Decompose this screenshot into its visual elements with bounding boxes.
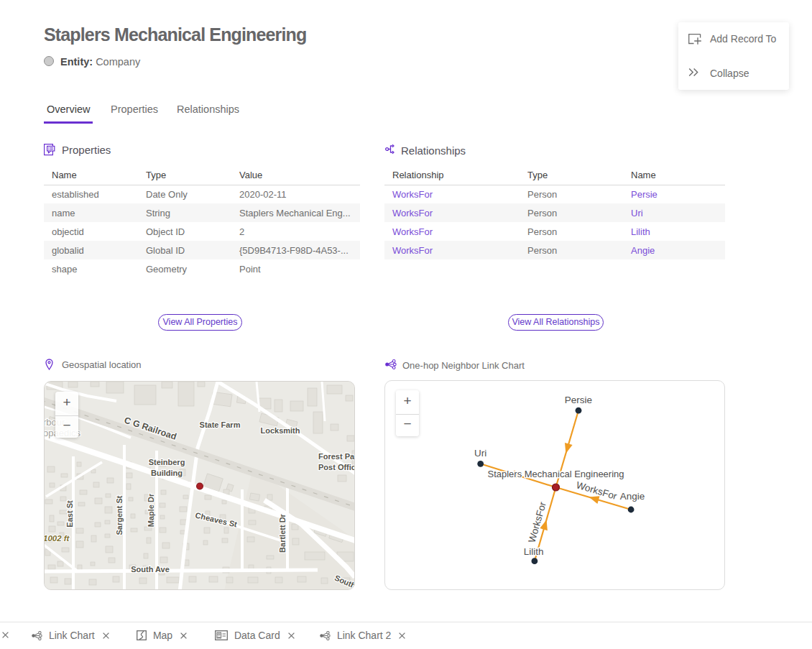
svg-text:Forest Par: Forest Par: [318, 452, 355, 461]
svg-text:South Ave: South Ave: [131, 565, 170, 574]
svg-text:Steinberg: Steinberg: [149, 458, 185, 466]
svg-text:East St: East St: [65, 500, 74, 528]
svg-text:Locksmith: Locksmith: [260, 426, 300, 435]
svg-text:Sargent St: Sargent St: [115, 495, 124, 535]
svg-text:Persie: Persie: [565, 395, 592, 405]
svg-text:State Farm: State Farm: [200, 420, 241, 429]
svg-text:Building: Building: [151, 469, 183, 477]
svg-text:Staplers Mechanical Engineerin: Staplers Mechanical Engineering: [487, 469, 624, 479]
svg-text:Maple Dr: Maple Dr: [147, 493, 155, 527]
svg-text:Lilith: Lilith: [524, 546, 544, 557]
svg-text:Angie: Angie: [620, 491, 645, 502]
svg-text:Post Offic: Post Offic: [318, 463, 355, 471]
svg-text:Bartlett Dr: Bartlett Dr: [278, 513, 287, 553]
svg-text:Uri: Uri: [474, 448, 486, 459]
svg-text:1002 ft: 1002 ft: [45, 534, 70, 543]
